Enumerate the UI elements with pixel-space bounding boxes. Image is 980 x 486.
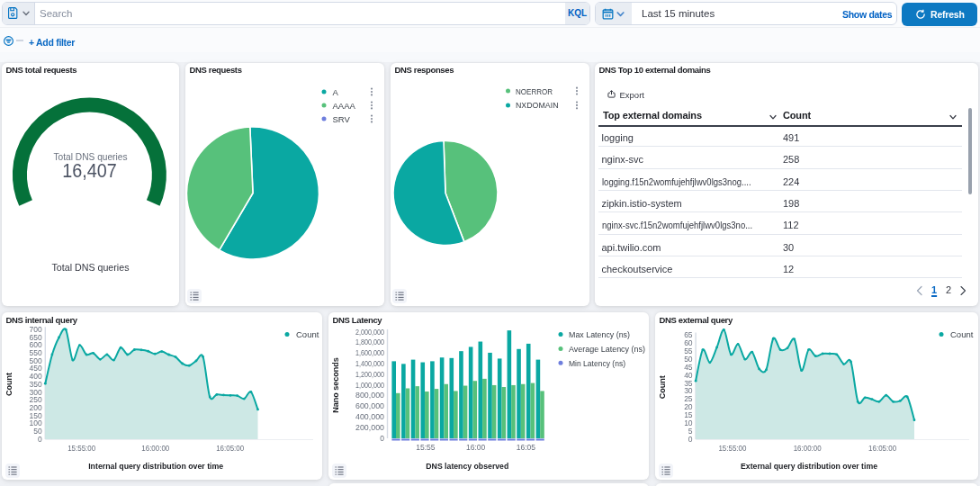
svg-text:AAAA: AAAA bbox=[333, 100, 356, 110]
svg-text:450: 450 bbox=[30, 364, 42, 373]
svg-text:SRV: SRV bbox=[333, 113, 351, 123]
svg-text:65: 65 bbox=[684, 330, 693, 339]
svg-text:650: 650 bbox=[30, 333, 42, 342]
svg-text:Max Latency (ns): Max Latency (ns) bbox=[569, 329, 630, 339]
svg-text:Count: Count bbox=[658, 375, 667, 399]
svg-text:NOERROR: NOERROR bbox=[516, 86, 553, 95]
svg-text:External query distribution ov: External query distribution over time bbox=[741, 462, 877, 471]
svg-text:Average Latency (ns): Average Latency (ns) bbox=[569, 344, 645, 354]
svg-text:700: 700 bbox=[30, 325, 42, 334]
svg-text:300: 300 bbox=[30, 388, 42, 397]
svg-text:NXDOMAIN: NXDOMAIN bbox=[516, 100, 559, 110]
svg-text:20: 20 bbox=[684, 402, 693, 411]
svg-text:250: 250 bbox=[30, 395, 42, 404]
svg-text:40: 40 bbox=[684, 371, 693, 380]
svg-text:0: 0 bbox=[38, 435, 42, 444]
svg-text:600: 600 bbox=[30, 340, 42, 349]
svg-text:1,200,000: 1,200,000 bbox=[355, 370, 384, 379]
svg-text:55: 55 bbox=[684, 346, 693, 356]
svg-text:200: 200 bbox=[30, 403, 42, 412]
svg-text:0: 0 bbox=[380, 434, 384, 443]
svg-text:2,000,000: 2,000,000 bbox=[355, 328, 384, 337]
svg-text:15:55:00: 15:55:00 bbox=[718, 444, 746, 453]
svg-text:50: 50 bbox=[33, 427, 42, 436]
svg-text:16:00:00: 16:00:00 bbox=[794, 444, 822, 453]
svg-text:50: 50 bbox=[684, 355, 693, 364]
svg-text:16:05:00: 16:05:00 bbox=[216, 444, 244, 453]
svg-text:DNS latency observed: DNS latency observed bbox=[426, 462, 508, 471]
svg-text:Min Latency (ns): Min Latency (ns) bbox=[569, 358, 625, 368]
svg-text:350: 350 bbox=[30, 380, 42, 389]
svg-text:200,000: 200,000 bbox=[355, 423, 384, 432]
svg-text:30: 30 bbox=[684, 386, 693, 395]
svg-text:0: 0 bbox=[688, 435, 693, 444]
svg-text:A: A bbox=[333, 86, 339, 96]
svg-text:5: 5 bbox=[688, 427, 693, 436]
svg-text:35: 35 bbox=[684, 379, 693, 388]
svg-text:1,000,000: 1,000,000 bbox=[355, 381, 384, 390]
svg-text:550: 550 bbox=[30, 348, 42, 357]
svg-text:1,800,000: 1,800,000 bbox=[355, 338, 384, 346]
svg-text:Count: Count bbox=[950, 329, 974, 339]
svg-text:Count: Count bbox=[4, 373, 13, 396]
svg-text:600,000: 600,000 bbox=[355, 401, 384, 410]
svg-text:100: 100 bbox=[30, 418, 42, 428]
svg-text:60: 60 bbox=[684, 338, 693, 347]
svg-text:1,600,000: 1,600,000 bbox=[355, 348, 384, 357]
svg-text:400: 400 bbox=[30, 372, 42, 381]
svg-text:Count: Count bbox=[296, 329, 319, 339]
svg-text:16:05:00: 16:05:00 bbox=[868, 444, 896, 453]
svg-text:16,407: 16,407 bbox=[62, 160, 117, 182]
svg-text:Internal query distribution ov: Internal query distribution over time bbox=[88, 462, 223, 471]
svg-text:10: 10 bbox=[684, 418, 693, 428]
svg-text:45: 45 bbox=[684, 363, 693, 372]
svg-text:15: 15 bbox=[684, 410, 693, 419]
svg-text:150: 150 bbox=[30, 411, 42, 420]
svg-text:15:55: 15:55 bbox=[416, 443, 436, 452]
svg-text:16:00:00: 16:00:00 bbox=[141, 444, 169, 453]
svg-text:16:05: 16:05 bbox=[517, 443, 536, 452]
svg-text:500: 500 bbox=[30, 356, 42, 365]
svg-text:800,000: 800,000 bbox=[355, 391, 384, 400]
svg-text:400,000: 400,000 bbox=[355, 412, 384, 421]
svg-text:1,400,000: 1,400,000 bbox=[355, 359, 384, 368]
svg-text:25: 25 bbox=[684, 394, 693, 403]
svg-text:Total DNS queries: Total DNS queries bbox=[52, 262, 130, 273]
svg-text:Nano seconds: Nano seconds bbox=[331, 357, 340, 413]
svg-text:15:55:00: 15:55:00 bbox=[67, 444, 95, 453]
svg-text:16:00: 16:00 bbox=[466, 443, 486, 452]
